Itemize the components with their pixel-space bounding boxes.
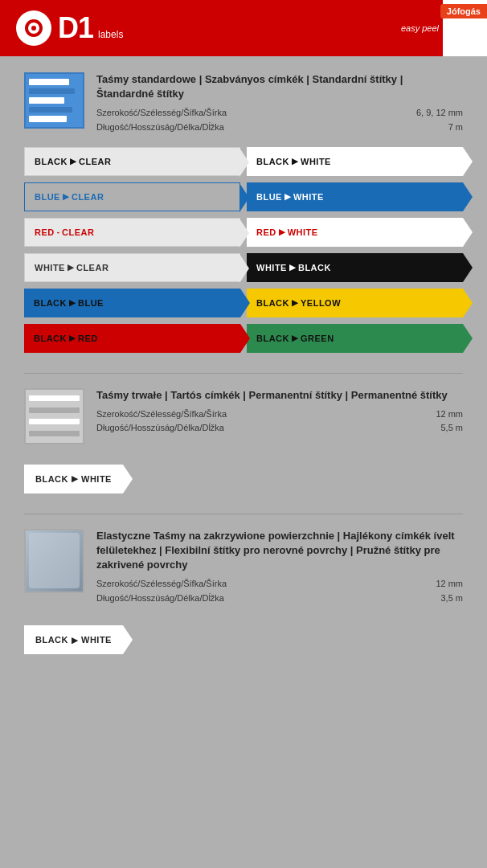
label-black-blue[interactable]: BLACK ▶ BLUE — [24, 289, 240, 317]
label-grid: BLACK ▶ CLEAR BLACK ▶ WHITE BLUE ▶ CLEAR… — [24, 147, 463, 353]
section3-spec2: Długość/Hosszúság/Délka/Dĺžka 3,5 m — [96, 592, 463, 606]
brand-labels: labels — [98, 29, 123, 40]
label-black-white-1[interactable]: BLACK ▶ WHITE — [247, 147, 463, 176]
label-black-clear[interactable]: BLACK ▶ CLEAR — [24, 147, 240, 176]
spec2-label: Długość/Hosszúság/Délka/Dĺžka — [96, 121, 440, 135]
section2-spec2: Długość/Hosszúság/Délka/Dĺžka 5,5 m — [96, 421, 463, 436]
brand-d1: D1 — [58, 11, 93, 45]
section1-spec1: Szerokość/Szélesség/Šífka/Šírka 6, 9, 12… — [96, 106, 463, 121]
section3-header: Elastyczne Taśmy na zakrzywione powierzc… — [24, 529, 463, 606]
section1-spec2: Długość/Hosszúság/Délka/Dĺžka 7 m — [96, 121, 463, 135]
label-red-clear[interactable]: RED - CLEAR — [24, 218, 240, 247]
section2-title: Taśmy trwałe | Tartós címkék | Permanent… — [96, 388, 463, 403]
jofogos-badge: Jófogás — [440, 4, 487, 18]
section1-title: Taśmy standardowe | Szabványos címkék | … — [96, 72, 463, 101]
label-perm-black-white[interactable]: BLACK ▶ WHITE — [24, 465, 123, 493]
spec2-value: 7 m — [448, 121, 463, 135]
section1-image — [24, 72, 84, 129]
section1-text: Taśmy standardowe | Szabványos címkék | … — [96, 72, 463, 135]
easy-peel-text: easy peel — [401, 23, 439, 33]
standard-labels-section: Taśmy standardowe | Szabványos címkék | … — [24, 72, 463, 353]
label-black-red[interactable]: BLACK ▶ RED — [24, 324, 240, 353]
section2-text: Taśmy trwałe | Tartós címkék | Permanent… — [96, 388, 463, 436]
brand-name: D1 labels — [58, 11, 123, 45]
top-bar: D1 labels easy peel — [0, 0, 487, 56]
label-red-white[interactable]: RED ▶ WHITE — [247, 218, 463, 247]
spec1-label: Szerokość/Szélesség/Šífka/Šírka — [96, 106, 408, 121]
label-blue-clear[interactable]: BLUE ▶ CLEAR — [24, 182, 240, 211]
label-elastic-black-white[interactable]: BLACK ▶ WHITE — [24, 625, 123, 654]
elastic-labels-section: Elastyczne Taśmy na zakrzywione powierzc… — [24, 529, 463, 655]
label-blue-white[interactable]: BLUE ▶ WHITE — [247, 182, 463, 211]
section2-spec1: Szerokość/Szélesség/Šífka/Šírka 12 mm — [96, 407, 463, 422]
logo-icon — [16, 10, 51, 46]
permanent-labels-section: Taśmy trwałe | Tartós címkék | Permanent… — [24, 388, 463, 493]
divider-1 — [24, 373, 463, 374]
label-white-black[interactable]: WHITE ▶ BLACK — [247, 253, 463, 282]
label-black-green[interactable]: BLACK ▶ GREEN — [247, 324, 463, 353]
section3-spec1: Szerokość/Szélesség/Šífka/Šírka 12 mm — [96, 577, 463, 592]
label-black-yellow[interactable]: BLACK ▶ YELLOW — [247, 289, 463, 317]
main-content: Taśmy standardowe | Szabványos címkék | … — [0, 56, 487, 868]
section3-title: Elastyczne Taśmy na zakrzywione powierzc… — [96, 529, 463, 573]
section3-image — [24, 529, 84, 593]
label-white-clear[interactable]: WHITE ▶ CLEAR — [24, 253, 240, 282]
divider-2 — [24, 514, 463, 514]
section1-header: Taśmy standardowe | Szabványos címkék | … — [24, 72, 463, 135]
section2-header: Taśmy trwałe | Tartós címkék | Permanent… — [24, 388, 463, 444]
spec1-value: 6, 9, 12 mm — [416, 106, 463, 121]
section3-text: Elastyczne Taśmy na zakrzywione powierzc… — [96, 529, 463, 606]
section2-image — [24, 388, 84, 444]
